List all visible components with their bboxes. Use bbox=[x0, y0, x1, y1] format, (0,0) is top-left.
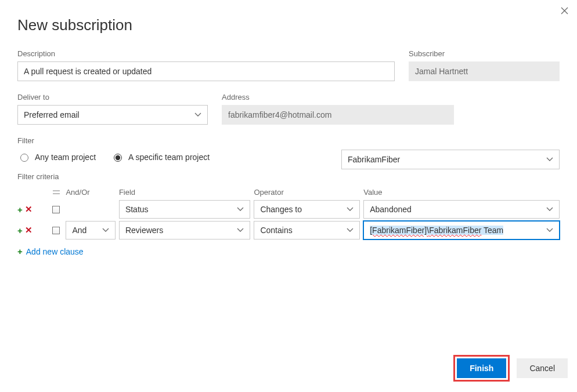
field-select[interactable]: Status bbox=[119, 200, 251, 219]
criteria-header-row: And/Or Field Operator Value bbox=[17, 188, 560, 197]
dialog-title: New subscription bbox=[17, 16, 560, 34]
chevron-down-icon bbox=[546, 228, 553, 233]
header-field: Field bbox=[119, 188, 254, 197]
filter-scope-radiogroup: Any team project A specific team project bbox=[17, 152, 210, 162]
chevron-down-icon bbox=[237, 228, 244, 233]
chevron-down-icon bbox=[102, 228, 109, 233]
filter-any-option[interactable]: Any team project bbox=[17, 152, 96, 162]
criteria-row: + ✕ And Reviewers Contains [Fa bbox=[17, 220, 560, 241]
add-row-icon[interactable]: + bbox=[17, 226, 23, 235]
description-label: Description bbox=[17, 49, 395, 58]
deliver-to-value: Preferred email bbox=[24, 110, 80, 119]
subscriber-value: Jamal Hartnett bbox=[415, 67, 468, 76]
chevron-down-icon bbox=[347, 228, 354, 233]
project-select[interactable]: FabrikamFiber bbox=[341, 150, 560, 169]
description-input[interactable]: A pull request is created or updated bbox=[17, 61, 395, 81]
grip-icon bbox=[53, 189, 60, 196]
finish-highlight: Finish bbox=[453, 355, 510, 382]
cancel-label: Cancel bbox=[529, 364, 555, 373]
project-value: FabrikamFiber bbox=[348, 155, 400, 164]
new-subscription-dialog: New subscription Description A pull requ… bbox=[0, 0, 577, 392]
add-row-icon[interactable]: + bbox=[17, 205, 23, 215]
chevron-down-icon bbox=[347, 207, 354, 212]
filter-specific-label: A specific team project bbox=[128, 153, 210, 162]
field-select[interactable]: Reviewers bbox=[119, 221, 251, 239]
field-value: Status bbox=[125, 205, 149, 214]
delete-row-icon[interactable]: ✕ bbox=[25, 225, 33, 235]
add-new-clause-link[interactable]: + Add new clause bbox=[17, 246, 560, 256]
filter-any-label: Any team project bbox=[35, 153, 96, 162]
close-icon[interactable] bbox=[558, 6, 570, 17]
value-seg: [FabrikamFiber]\ bbox=[370, 226, 429, 235]
field-value: Reviewers bbox=[125, 226, 163, 235]
andor-value: And bbox=[72, 226, 86, 235]
subscriber-display: Jamal Hartnett bbox=[409, 61, 560, 81]
address-display: fabrikamfiber4@hotmail.com bbox=[222, 105, 454, 125]
deliver-to-label: Deliver to bbox=[17, 93, 208, 101]
chevron-down-icon bbox=[194, 112, 201, 117]
operator-select[interactable]: Changes to bbox=[254, 200, 360, 219]
operator-value: Changes to bbox=[260, 205, 302, 214]
chevron-down-icon bbox=[237, 207, 244, 212]
filter-any-radio[interactable] bbox=[20, 154, 28, 162]
value-seg: FabrikamFiber bbox=[429, 226, 481, 235]
filter-specific-radio[interactable] bbox=[114, 154, 122, 162]
filter-specific-option[interactable]: A specific team project bbox=[111, 152, 210, 162]
chevron-down-icon bbox=[546, 157, 553, 162]
finish-label: Finish bbox=[470, 364, 493, 373]
description-value: A pull request is created or updated bbox=[24, 67, 152, 76]
dialog-footer: Finish Cancel bbox=[453, 355, 568, 382]
finish-button[interactable]: Finish bbox=[457, 358, 506, 378]
delete-row-icon[interactable]: ✕ bbox=[25, 204, 33, 215]
header-andor: And/Or bbox=[66, 188, 118, 197]
plus-icon: + bbox=[17, 246, 23, 256]
cancel-button[interactable]: Cancel bbox=[517, 358, 568, 378]
value-input[interactable]: [FabrikamFiber]\FabrikamFiber Team bbox=[363, 221, 560, 239]
row-checkbox[interactable] bbox=[52, 206, 60, 213]
row-checkbox[interactable] bbox=[52, 227, 60, 234]
operator-value: Contains bbox=[260, 226, 292, 235]
subscriber-label: Subscriber bbox=[409, 49, 560, 58]
chevron-down-icon bbox=[546, 207, 553, 212]
value-text: [FabrikamFiber]\FabrikamFiber Team bbox=[370, 226, 503, 235]
add-new-clause-label: Add new clause bbox=[26, 247, 84, 256]
value-seg: Team bbox=[481, 226, 503, 235]
header-value: Value bbox=[363, 188, 560, 197]
header-operator: Operator bbox=[254, 188, 363, 197]
operator-select[interactable]: Contains bbox=[254, 221, 360, 239]
deliver-to-select[interactable]: Preferred email bbox=[17, 105, 208, 125]
value-text: Abandoned bbox=[370, 205, 412, 214]
address-label: Address bbox=[222, 93, 454, 101]
filter-label: Filter bbox=[17, 136, 560, 145]
filter-criteria-label: Filter criteria bbox=[17, 172, 560, 181]
value-select[interactable]: Abandoned bbox=[363, 200, 560, 219]
criteria-row: + ✕ Status Changes to Abandoned bbox=[17, 199, 560, 220]
address-value: fabrikamfiber4@hotmail.com bbox=[228, 110, 331, 119]
andor-select[interactable]: And bbox=[66, 221, 115, 239]
